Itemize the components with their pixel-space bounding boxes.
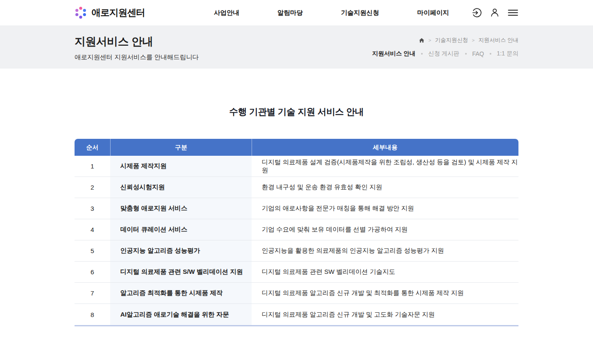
table-cell-no: 5: [75, 240, 110, 262]
subnav-item-inquiry[interactable]: 1:1 문의: [497, 50, 518, 58]
main-content: 수행 기관별 기술 지원 서비스 안내 순서 구분 세부내용 1시제품 제작지원…: [0, 106, 593, 326]
subnav-dot-icon: [421, 53, 423, 55]
breadcrumb-separator: >: [429, 38, 431, 43]
table-row: 7알고리즘 최적화를 통한 시제품 제작디지털 의료제품 알고리즘 신규 개발 …: [75, 283, 518, 304]
table-cell-no: 3: [75, 198, 110, 219]
nav-item-notice[interactable]: 알림마당: [277, 9, 303, 17]
breadcrumb-item-tech-support[interactable]: 기술지원신청: [435, 36, 468, 44]
page-header-left: 지원서비스 안내 애로지원센터 지원서비스를 안내해드립니다: [75, 34, 199, 61]
nav-item-mypage[interactable]: 마이페이지: [417, 9, 449, 17]
topbar-icon-group: [471, 7, 518, 19]
service-table: 순서 구분 세부내용 1시제품 제작지원디지털 의료제품 설계 검증(시제품제작…: [75, 139, 518, 326]
login-icon: [471, 7, 482, 18]
table-cell-detail: 환경 내구성 및 운송 환경 유효성 확인 지원: [252, 177, 518, 198]
column-header-category: 구분: [110, 139, 252, 156]
table-cell-no: 2: [75, 177, 110, 198]
table-cell-category: 맞춤형 애로지원 서비스: [110, 198, 252, 219]
login-button[interactable]: [471, 7, 483, 19]
table-cell-no: 8: [75, 304, 110, 325]
logo-link[interactable]: 애로지원센터: [75, 6, 145, 19]
user-icon: [489, 7, 500, 18]
subnav-dot-icon: [465, 53, 467, 55]
section-title: 수행 기관별 기술 지원 서비스 안내: [0, 106, 593, 118]
table-header-row: 순서 구분 세부내용: [75, 139, 518, 156]
table-row: 5인공지능 알고리즘 성능평가인공지능을 활용한 의료제품의 인공지능 알고리즘…: [75, 240, 518, 262]
table-cell-detail: 기업 수요에 맞춰 보유 데이터를 선별 가공하여 지원: [252, 219, 518, 240]
breadcrumb-home-link[interactable]: [418, 37, 425, 44]
table-cell-detail: 인공지능을 활용한 의료제품의 인공지능 알고리즘 성능평가 지원: [252, 240, 518, 262]
table-cell-no: 7: [75, 283, 110, 304]
column-header-no: 순서: [75, 139, 110, 156]
page-title: 지원서비스 안내: [75, 34, 199, 49]
breadcrumb-item-current[interactable]: 지원서비스 안내: [478, 36, 518, 44]
breadcrumb: > 기술지원신청 > 지원서비스 안내: [372, 36, 518, 44]
table-cell-category: 디지털 의료제품 관련 S/W 벨리데이션 지원: [110, 262, 252, 283]
table-cell-category: 신뢰성시험지원: [110, 177, 252, 198]
table-cell-category: 인공지능 알고리즘 성능평가: [110, 240, 252, 262]
service-table-head: 순서 구분 세부내용: [75, 139, 518, 156]
home-icon: [418, 37, 425, 44]
table-row: 8AI알고리즘 애로기술 해결을 위한 자문디지털 의료제품 알고리즘 신규 개…: [75, 304, 518, 325]
table-row: 1시제품 제작지원디지털 의료제품 설계 검증(시제품제작을 위한 조립성, 생…: [75, 156, 518, 177]
hamburger-menu-icon: [507, 7, 518, 18]
table-cell-detail: 디지털 의료제품 설계 검증(시제품제작을 위한 조립성, 생산성 등을 검토)…: [252, 156, 518, 177]
nav-item-business[interactable]: 사업안내: [214, 9, 239, 17]
subnav-item-service-guide[interactable]: 지원서비스 안내: [372, 50, 416, 58]
table-cell-no: 6: [75, 262, 110, 283]
table-cell-detail: 디지털 의료제품 알고리즘 신규 개발 및 고도화 기술자문 지원: [252, 304, 518, 325]
breadcrumb-separator: >: [472, 38, 474, 43]
table-cell-detail: 디지털 의료제품 관련 SW 벨리데이션 기술지도: [252, 262, 518, 283]
menu-button[interactable]: [507, 7, 518, 19]
table-cell-no: 4: [75, 219, 110, 240]
table-cell-detail: 기업의 애로사항을 전문가 매칭을 통해 해결 방안 지원: [252, 198, 518, 219]
table-row: 6디지털 의료제품 관련 S/W 벨리데이션 지원디지털 의료제품 관련 SW …: [75, 262, 518, 283]
brand-name: 애로지원센터: [91, 6, 145, 19]
sub-nav: 지원서비스 안내 신청 게시판 FAQ 1:1 문의: [372, 50, 518, 58]
table-cell-category: 데이터 큐레이션 서비스: [110, 219, 252, 240]
table-cell-category: AI알고리즘 애로기술 해결을 위한 자문: [110, 304, 252, 325]
top-navbar: 애로지원센터 사업안내 알림마당 기술지원신청 마이페이지: [0, 0, 593, 25]
table-row: 4데이터 큐레이션 서비스기업 수요에 맞춰 보유 데이터를 선별 가공하여 지…: [75, 219, 518, 240]
service-table-body: 1시제품 제작지원디지털 의료제품 설계 검증(시제품제작을 위한 조립성, 생…: [75, 156, 518, 325]
column-header-detail: 세부내용: [252, 139, 518, 156]
page-header-right: > 기술지원신청 > 지원서비스 안내 지원서비스 안내 신청 게시판 FAQ …: [372, 34, 518, 61]
table-cell-category: 알고리즘 최적화를 통한 시제품 제작: [110, 283, 252, 304]
subnav-dot-icon: [490, 53, 491, 55]
main-nav: 사업안내 알림마당 기술지원신청 마이페이지: [214, 9, 449, 17]
subnav-item-application-board[interactable]: 신청 게시판: [428, 50, 460, 58]
page-header-band: 지원서비스 안내 애로지원센터 지원서비스를 안내해드립니다 > 기술지원신청 …: [0, 25, 593, 69]
page-subtitle: 애로지원센터 지원서비스를 안내해드립니다: [75, 53, 199, 61]
table-row: 2신뢰성시험지원환경 내구성 및 운송 환경 유효성 확인 지원: [75, 177, 518, 198]
table-cell-no: 1: [75, 156, 110, 177]
table-row: 3맞춤형 애로지원 서비스기업의 애로사항을 전문가 매칭을 통해 해결 방안 …: [75, 198, 518, 219]
table-cell-detail: 디지털 의료제품 알고리즘 신규 개발 및 최적화를 통한 시제품 제작 지원: [252, 283, 518, 304]
user-button[interactable]: [489, 7, 501, 19]
brand-logo-icon: [75, 7, 87, 19]
subnav-item-faq[interactable]: FAQ: [472, 50, 484, 57]
nav-item-tech-support[interactable]: 기술지원신청: [341, 9, 379, 17]
table-cell-category: 시제품 제작지원: [110, 156, 252, 177]
